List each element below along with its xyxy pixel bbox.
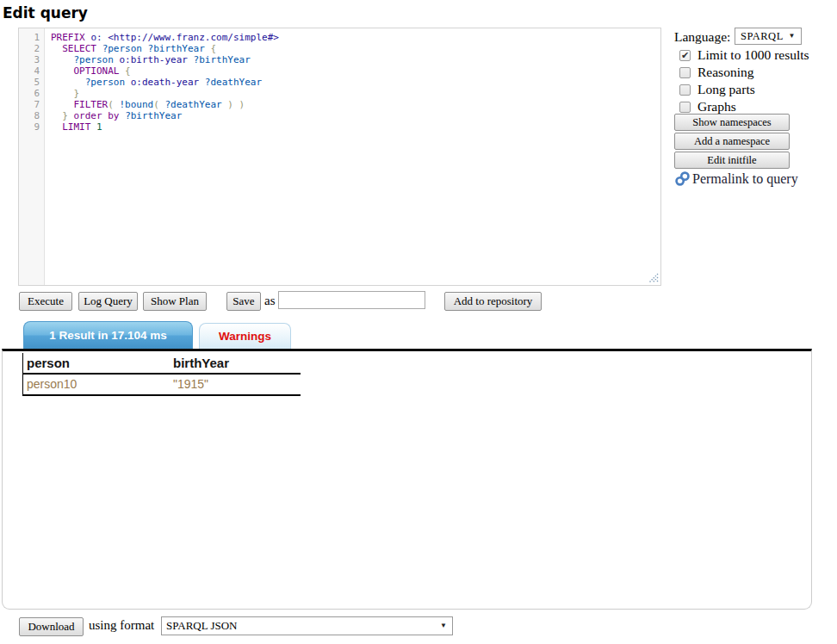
show-namespaces-button[interactable]: Show namespaces (674, 114, 790, 131)
chain-link-icon (674, 170, 691, 187)
edit-initfile-button[interactable]: Edit initfile (674, 152, 790, 169)
checkbox-row-limit-to-1000-results[interactable]: ✔Limit to 1000 results (679, 46, 834, 64)
editor-code[interactable]: PREFIX o: <http://www.franz.com/simple#>… (46, 28, 660, 285)
permalink-label: Permalink to query (692, 171, 798, 187)
code-token: <http://www.franz.com/simple#> (108, 32, 279, 43)
log-query-button[interactable]: Log Query (78, 292, 138, 311)
checkbox-reasoning[interactable] (679, 67, 691, 78)
code-token (51, 43, 62, 54)
code-token (199, 77, 205, 88)
language-value: SPARQL (741, 30, 784, 42)
chevron-down-icon: ▼ (789, 28, 796, 44)
download-format-select[interactable]: SPARQL JSON ▼ (161, 616, 453, 635)
line-number: 9 (19, 121, 44, 133)
sidebar-buttons: Show namespacesAdd a namespaceEdit initf… (674, 114, 790, 170)
execute-button[interactable]: Execute (19, 292, 72, 311)
code-line[interactable]: LIMIT 1 (51, 121, 660, 133)
results-table-head: personbirthYear (23, 353, 301, 374)
tab-1-result-in-17-104-ms[interactable]: 1 Result in 17.104 ms (23, 321, 193, 349)
save-name-input[interactable] (278, 291, 425, 309)
save-button[interactable]: Save (226, 292, 261, 311)
code-token: ) (227, 99, 233, 110)
code-token: order (74, 110, 102, 121)
line-number: 7 (19, 99, 44, 110)
header-row: personbirthYear (23, 353, 301, 374)
table-row[interactable]: person10"1915" (23, 374, 301, 395)
code-token (51, 65, 74, 77)
checkbox-label: Long parts (698, 82, 755, 97)
tab-warnings[interactable]: Warnings (199, 323, 291, 349)
add-to-repository-button[interactable]: Add to repository (444, 292, 542, 311)
code-token: by (108, 110, 119, 121)
code-token: ?deathYear (205, 77, 262, 88)
code-line[interactable]: SELECT ?person ?birthYear { (51, 43, 660, 54)
code-token: ?person (85, 77, 125, 88)
code-line[interactable]: ?person o:birth-year ?birthYear (51, 54, 660, 65)
code-token (188, 54, 194, 65)
code-token (51, 77, 85, 88)
permalink-link[interactable]: Permalink to query (674, 170, 798, 187)
code-token: o:birth-year (119, 54, 187, 65)
code-token (68, 110, 74, 121)
code-token (51, 54, 74, 65)
code-line[interactable]: } order by ?birthYear (51, 110, 660, 121)
download-button[interactable]: Download (19, 617, 84, 636)
checkbox-graphs[interactable] (679, 102, 691, 113)
line-number: 5 (19, 77, 44, 88)
code-line[interactable]: ?person o:death-year ?deathYear (51, 77, 660, 88)
checkbox-limit-to-1000-results[interactable]: ✔ (679, 50, 691, 61)
code-token (142, 43, 148, 54)
code-token: SELECT (62, 43, 96, 54)
query-editor[interactable]: 123456789 PREFIX o: <http://www.franz.co… (18, 28, 661, 286)
code-token (114, 99, 120, 110)
code-token (96, 43, 102, 54)
code-token: { (210, 43, 216, 54)
code-token: ?deathYear (165, 99, 222, 110)
code-line[interactable]: OPTIONAL { (51, 65, 660, 77)
checkbox-label: Reasoning (698, 65, 753, 80)
checkbox-long-parts[interactable] (679, 84, 691, 96)
result-tabs: 1 Result in 17.104 msWarnings (23, 321, 291, 349)
code-token: o:death-year (131, 77, 199, 88)
save-as-label: as (264, 294, 276, 308)
results-panel: personbirthYear person10"1915" (2, 349, 812, 610)
language-label: Language: (674, 29, 730, 45)
code-token: o: (90, 32, 102, 43)
code-line[interactable]: } (51, 88, 660, 99)
code-token (51, 99, 74, 110)
code-token: LIMIT (62, 121, 90, 133)
page-title: Edit query (3, 4, 88, 22)
language-select[interactable]: SPARQL ▼ (735, 28, 802, 45)
editor-gutter: 123456789 (19, 28, 45, 285)
chevron-down-icon: ▼ (440, 617, 447, 635)
results-table: personbirthYear person10"1915" (22, 353, 301, 396)
table-cell: person10 (23, 374, 170, 395)
code-token: ( (153, 99, 159, 110)
checkbox-row-graphs[interactable]: Graphs (679, 98, 834, 115)
code-token: !bound (120, 99, 154, 110)
code-line[interactable]: FILTER( !bound( ?deathYear ) ) (51, 99, 660, 110)
sidebar-checkboxes: ✔Limit to 1000 resultsReasoningLong part… (679, 46, 834, 115)
line-number: 1 (19, 32, 44, 43)
code-token: { (125, 65, 131, 77)
line-number: 3 (19, 54, 44, 65)
code-token: ( (108, 99, 114, 110)
checkbox-label: Graphs (698, 99, 736, 115)
code-token (51, 110, 62, 121)
results-table-body: person10"1915" (23, 374, 301, 395)
checkbox-row-long-parts[interactable]: Long parts (679, 81, 834, 98)
add-a-namespace-button[interactable]: Add a namespace (674, 133, 790, 150)
resize-grip-icon[interactable] (648, 273, 659, 283)
show-plan-button[interactable]: Show Plan (143, 292, 207, 311)
code-token: ?birthYear (194, 54, 251, 65)
code-line[interactable]: PREFIX o: <http://www.franz.com/simple#> (51, 32, 660, 43)
code-token (233, 99, 239, 110)
code-token: PREFIX (51, 32, 85, 43)
code-token: ?birthYear (148, 43, 205, 54)
code-token: 1 (96, 121, 102, 133)
code-token: } (62, 110, 68, 121)
column-header-person: person (23, 353, 170, 374)
line-number: 6 (19, 88, 44, 99)
checkbox-row-reasoning[interactable]: Reasoning (679, 64, 834, 81)
checkbox-label: Limit to 1000 results (698, 47, 809, 63)
